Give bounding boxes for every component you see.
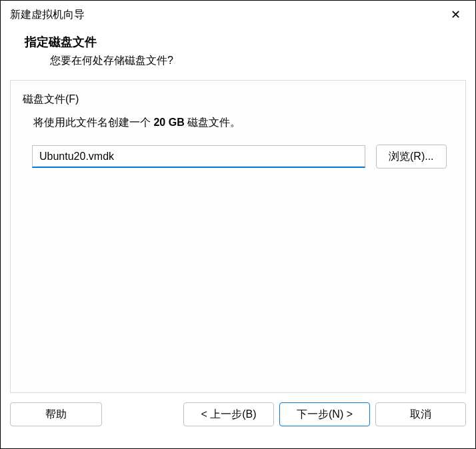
content-panel: 磁盘文件(F) 将使用此文件名创建一个 20 GB 磁盘文件。 浏览(R)...	[10, 80, 466, 393]
disk-file-label: 磁盘文件(F)	[23, 93, 453, 107]
wizard-footer: 帮助 < 上一步(B) 下一步(N) > 取消	[1, 393, 475, 436]
back-button[interactable]: < 上一步(B)	[183, 402, 274, 426]
page-subtitle: 您要在何处存储磁盘文件?	[50, 54, 466, 68]
window-title: 新建虚拟机向导	[10, 8, 85, 22]
titlebar: 新建虚拟机向导 ✕	[1, 1, 475, 27]
desc-size: 20 GB	[153, 117, 184, 128]
disk-description: 将使用此文件名创建一个 20 GB 磁盘文件。	[33, 116, 453, 130]
input-row: 浏览(R)...	[32, 145, 453, 169]
next-button[interactable]: 下一步(N) >	[279, 402, 370, 426]
disk-file-input[interactable]	[32, 145, 365, 168]
desc-prefix: 将使用此文件名创建一个	[33, 117, 153, 128]
desc-suffix: 磁盘文件。	[185, 117, 241, 128]
browse-button[interactable]: 浏览(R)...	[376, 145, 447, 169]
wizard-header: 指定磁盘文件 您要在何处存储磁盘文件?	[1, 27, 475, 80]
cancel-button[interactable]: 取消	[375, 402, 466, 426]
help-button[interactable]: 帮助	[10, 402, 102, 426]
close-icon[interactable]: ✕	[445, 6, 466, 23]
page-title: 指定磁盘文件	[25, 34, 466, 50]
